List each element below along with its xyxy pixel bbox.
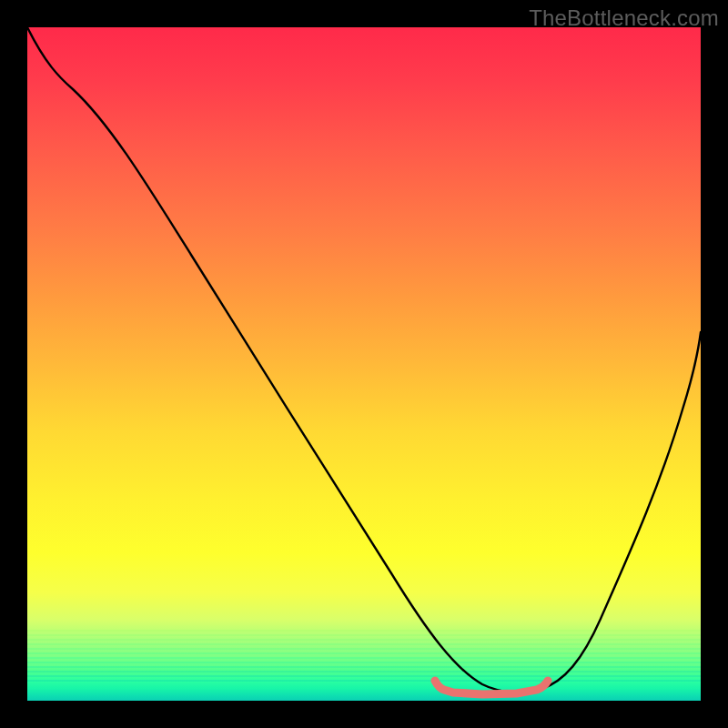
chart-frame: TheBottleneck.com	[0, 0, 728, 728]
plot-area	[27, 27, 701, 701]
bottleneck-curve-path	[27, 27, 701, 693]
bottleneck-curve-svg	[27, 27, 701, 701]
